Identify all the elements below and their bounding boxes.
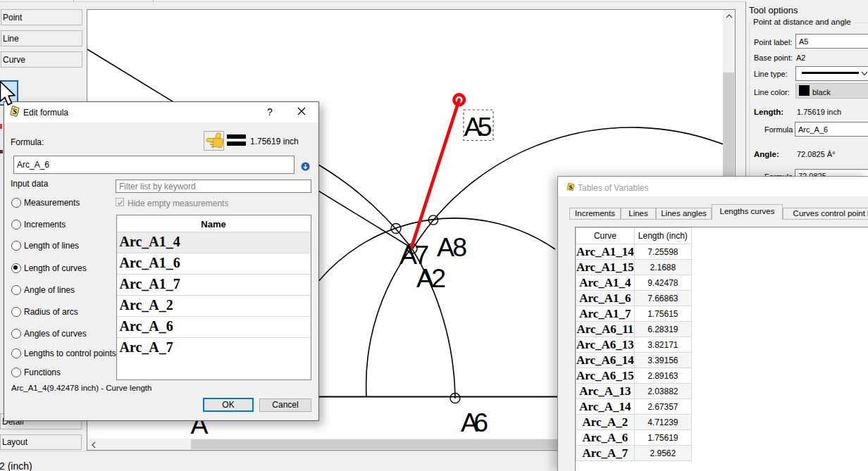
svg-text:S: S	[13, 107, 17, 115]
svg-text:A8: A8	[437, 232, 467, 262]
svg-text:A6: A6	[461, 408, 488, 437]
svg-text:S: S	[569, 184, 573, 191]
svg-text:A2: A2	[416, 263, 446, 293]
svg-text:A5: A5	[464, 112, 492, 142]
